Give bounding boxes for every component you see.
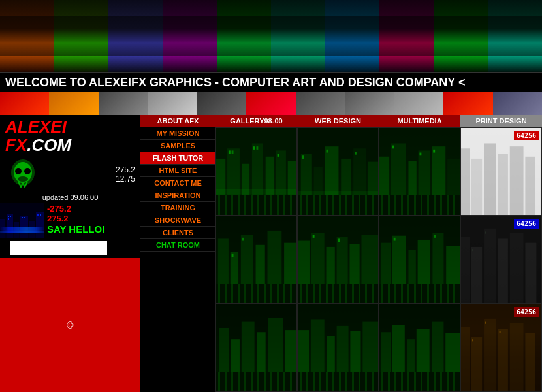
svg-rect-77 xyxy=(349,244,359,303)
svg-rect-85 xyxy=(418,240,430,303)
svg-rect-125 xyxy=(510,323,524,391)
svg-rect-20 xyxy=(0,231,44,233)
city-svg-0-2 xyxy=(379,128,460,215)
col-header-multimedia: MULTIMEDIA xyxy=(379,115,460,127)
svg-rect-108 xyxy=(311,319,325,391)
strip-seg-3 xyxy=(148,92,197,115)
banner-seg-3 xyxy=(163,0,217,72)
svg-rect-93 xyxy=(484,229,496,303)
nav-item-flash-tutor[interactable]: FLASH TUTOR xyxy=(140,152,215,165)
svg-rect-26 xyxy=(266,157,274,215)
nav-item-clients[interactable]: CLIENTS xyxy=(140,227,215,239)
svg-rect-32 xyxy=(253,146,255,150)
svg-rect-28 xyxy=(288,161,296,215)
image-grid: 64256 xyxy=(215,127,542,392)
svg-rect-60 xyxy=(498,154,508,215)
svg-rect-62 xyxy=(525,157,535,215)
strip-seg-1 xyxy=(49,92,98,115)
skull-icon xyxy=(5,158,41,191)
nav-item-my-mission[interactable]: MY MISSION xyxy=(140,127,215,140)
strip-seg-7 xyxy=(345,92,394,115)
grid-cell-2-2[interactable] xyxy=(379,304,460,392)
banner-seg-8 xyxy=(434,0,488,72)
svg-rect-64 xyxy=(218,238,229,303)
svg-rect-61 xyxy=(510,146,524,215)
grid-cell-2-3[interactable]: 64256 xyxy=(460,304,542,392)
svg-rect-52 xyxy=(447,159,460,215)
grid-cell-1-2[interactable] xyxy=(379,216,460,304)
city-svg-2-1 xyxy=(298,304,378,391)
nav-item-training[interactable]: TRAINING xyxy=(140,202,215,214)
nav-item-html-site[interactable]: HTML SITE xyxy=(140,165,215,177)
badge-0-3: 64256 xyxy=(514,131,539,140)
sidebar-right-info: -275.2 275.2 SAY HELLO! xyxy=(44,203,140,238)
welcome-text: WELCOME TO ALEXEIFX GRAPHICS - COMPUTER … xyxy=(5,76,466,89)
city-thumbnail xyxy=(0,203,44,238)
svg-rect-103 xyxy=(257,332,265,391)
svg-rect-119 xyxy=(445,333,460,391)
svg-rect-36 xyxy=(301,154,312,215)
logo-icon-area: 275.2 12.75 xyxy=(0,157,140,192)
grid-cell-0-3[interactable]: 64256 xyxy=(460,127,542,216)
svg-rect-94 xyxy=(498,238,508,303)
svg-rect-98 xyxy=(485,231,486,233)
nav-item-chat-room[interactable]: CHAT ROOM xyxy=(140,239,215,252)
city-svg-2-3 xyxy=(461,304,541,391)
grid-cell-1-0[interactable] xyxy=(215,216,297,304)
svg-rect-87 xyxy=(446,246,460,303)
nav-item-inspiration[interactable]: INSPIRATION xyxy=(140,189,215,202)
svg-rect-69 xyxy=(284,243,296,303)
svg-point-3 xyxy=(24,168,31,174)
input-area xyxy=(0,238,140,258)
message-input[interactable] xyxy=(10,241,107,255)
city-svg-0-0 xyxy=(216,128,296,215)
nav-item-samples[interactable]: SAMPLES xyxy=(140,140,215,152)
svg-rect-68 xyxy=(268,231,282,303)
svg-rect-49 xyxy=(408,161,416,215)
city-svg-1-1 xyxy=(298,216,378,303)
grid-cell-0-0[interactable] xyxy=(215,127,297,216)
logo-icon xyxy=(5,158,41,191)
svg-rect-29 xyxy=(216,189,296,195)
svg-rect-65 xyxy=(231,252,238,303)
logo-area: ALEXEI FX.COM xyxy=(0,115,140,157)
svg-rect-116 xyxy=(407,339,415,391)
svg-rect-122 xyxy=(471,337,482,391)
banner-seg-7 xyxy=(379,0,434,72)
strip-seg-5 xyxy=(246,92,295,115)
nav-item-shockwave[interactable]: SHOCKWAVE xyxy=(140,214,215,227)
image-strip xyxy=(0,92,542,115)
grid-cell-2-0[interactable] xyxy=(215,304,297,392)
svg-rect-95 xyxy=(510,233,524,303)
grid-cell-1-3[interactable]: 64256 xyxy=(460,216,542,304)
svg-rect-48 xyxy=(391,143,406,215)
right-panel: GALLERY98-00 WEB DESIGN MULTIMEDIA PRINT… xyxy=(215,115,542,392)
nav-item-contact-me[interactable]: CONTACT ME xyxy=(140,177,215,189)
banner-seg-2 xyxy=(108,0,163,72)
logo-text: ALEXEI FX.COM xyxy=(5,118,135,154)
grid-cell-0-1[interactable] xyxy=(297,127,379,216)
svg-rect-74 xyxy=(311,233,325,303)
strip-seg-6 xyxy=(296,92,345,115)
svg-rect-53 xyxy=(392,146,394,149)
nav-menu: ABOUT AFX MY MISSION SAMPLES FLASH TUTOR… xyxy=(140,115,215,392)
say-hello: SAY HELLO! xyxy=(47,223,138,235)
top-banner xyxy=(0,0,542,72)
svg-rect-38 xyxy=(325,146,339,215)
grid-cell-0-2[interactable] xyxy=(379,127,460,216)
svg-point-2 xyxy=(15,168,22,174)
stat1: 275.2 xyxy=(41,165,135,174)
city-svg-2-2 xyxy=(379,304,460,391)
svg-rect-22 xyxy=(216,159,225,215)
grid-cell-1-1[interactable] xyxy=(297,216,379,304)
grid-cell-2-1[interactable] xyxy=(297,304,379,392)
svg-rect-40 xyxy=(353,148,366,215)
banner-seg-1 xyxy=(54,0,108,72)
updated-text: updated 09.06.00 xyxy=(42,193,99,201)
nav-header-about[interactable]: ABOUT AFX xyxy=(140,115,215,127)
svg-rect-97 xyxy=(472,249,473,251)
svg-rect-33 xyxy=(257,146,259,150)
svg-rect-78 xyxy=(361,235,378,303)
strip-seg-10 xyxy=(493,92,542,115)
city-svg-2-0 xyxy=(216,304,296,391)
